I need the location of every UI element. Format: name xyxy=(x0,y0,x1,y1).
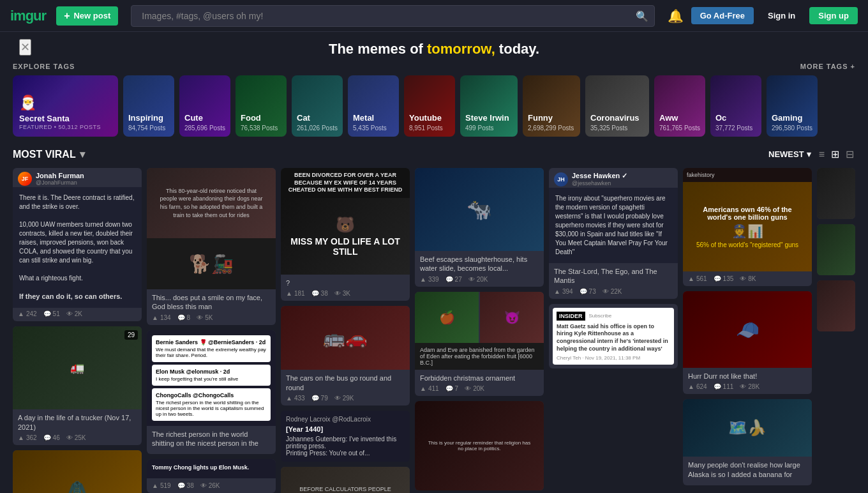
comment-icon: 💬 xyxy=(311,395,319,402)
post-card[interactable] xyxy=(817,168,855,219)
tag-card-oc[interactable]: Oc 37,772 Posts xyxy=(710,75,761,137)
likes-stat: ▲624 xyxy=(688,383,707,390)
post-card[interactable]: fakehistory Americans own 46% of the wor… xyxy=(683,168,812,286)
tag-card-funny[interactable]: Funny 2,698,299 Posts xyxy=(523,75,580,137)
comments-stat: 💬111 xyxy=(714,383,734,390)
posts-grid: JF Jonah Furman @JonahFurman There it is… xyxy=(13,168,855,493)
tweet-title: [Year 1440] xyxy=(286,425,405,433)
tag-name: Coronavirus xyxy=(590,113,644,123)
search-bar: 🔍 xyxy=(131,5,654,27)
close-headline-button[interactable]: ✕ xyxy=(19,39,31,56)
notification-icon[interactable]: 🔔 xyxy=(668,8,684,24)
post-card[interactable]: Rodney Lacroix @RodLacroix [Year 1440] J… xyxy=(281,411,410,462)
post-title: The Star-Lord, The Ego, and The Mantis xyxy=(554,267,673,285)
more-tags-button[interactable]: MORE TAGS + xyxy=(800,63,855,70)
post-image-2: 🐕🚂 xyxy=(147,238,276,289)
tag-card-food[interactable]: Food 76,538 Posts xyxy=(236,75,287,137)
content-area[interactable]: EXPLORE TAGS MORE TAGS + 🎅 Secret Santa … xyxy=(0,63,868,493)
tag-card-aww[interactable]: Aww 761,765 Posts xyxy=(654,75,705,137)
tag-card-gaming[interactable]: Gaming 296,580 Posts xyxy=(767,75,818,137)
tag-card-metal[interactable]: Metal 5,435 Posts xyxy=(348,75,399,137)
likes-stat: ▲519 xyxy=(152,482,171,489)
post-card[interactable]: 🚛 29 A day in the life of a trucker (Nov… xyxy=(13,326,142,445)
tag-card-inspiring[interactable]: Inspiring 84,754 Posts xyxy=(123,75,174,137)
comments-count: 79 xyxy=(321,395,328,402)
post-user-row: JH Jesse Hawken ✓ @jessehawken xyxy=(549,168,678,188)
tag-card-youtube[interactable]: Youtube 8,951 Posts xyxy=(404,75,455,137)
tag-card-secret-santa[interactable]: 🎅 Secret Santa FEATURED • 50,312 Posts xyxy=(13,75,118,137)
tag-card-cute[interactable]: Cute 285,696 Posts xyxy=(179,75,230,137)
new-post-label: New post xyxy=(73,11,110,20)
tag-name: Funny xyxy=(528,113,575,123)
tag-name: Aww xyxy=(659,113,700,123)
post-card[interactable]: BEEN DIVORCED FOR OVER A YEAR BECAUSE MY… xyxy=(281,168,410,301)
likes-stat: ▲134 xyxy=(152,314,171,321)
tag-card-cat[interactable]: Cat 261,026 Posts xyxy=(292,75,343,137)
comment-icon: 💬 xyxy=(445,385,453,392)
post-title: Many people don't realise how large Alas… xyxy=(688,460,807,479)
go-ad-free-button[interactable]: Go Ad-Free xyxy=(691,7,754,24)
post-card[interactable]: BEFORE CALCULATORS PEOPLE USED AN... xyxy=(281,467,410,493)
post-title: The cars on the bus go round and round xyxy=(286,374,405,392)
likes-stat: ▲181 xyxy=(286,290,305,297)
post-text-overlay: This 80-year-old retiree noticed that pe… xyxy=(152,182,271,224)
tag-name: Oc xyxy=(715,113,756,123)
comment-icon: 💬 xyxy=(43,434,51,441)
tags-row: 🎅 Secret Santa FEATURED • 50,312 Posts I… xyxy=(13,75,855,137)
comments-stat: 💬27 xyxy=(445,276,462,283)
post-title: The richest person in the world shitting… xyxy=(152,430,271,448)
tweet-author: Bernie Sanders 🌹 @BernieSanders · 2d xyxy=(156,339,267,345)
post-card[interactable]: 🗺️🍌 Many people don't realise how large … xyxy=(683,399,812,485)
post-card[interactable]: 🧥 xyxy=(13,450,142,493)
tag-card-steve-irwin[interactable]: Steve Irwin 499 Posts xyxy=(460,75,518,137)
comments-stat: 💬 51 xyxy=(43,310,60,317)
post-card[interactable]: JF Jonah Furman @JonahFurman There it is… xyxy=(13,168,142,321)
logo[interactable]: imgur xyxy=(10,8,46,24)
search-input[interactable] xyxy=(131,5,654,27)
post-card[interactable]: 🐄 Beef escapes slaughterhouse, hits wate… xyxy=(415,168,544,287)
tag-name: Youtube xyxy=(409,113,450,123)
tweet-text: The richest person in the world shitting… xyxy=(156,400,267,417)
post-card[interactable]: INSIDER Subscribe Matt Gaetz said his of… xyxy=(549,304,678,369)
post-card[interactable] xyxy=(817,280,855,331)
display-name: Jonah Furman xyxy=(36,172,84,179)
view-icon: 👁 xyxy=(740,383,746,390)
post-text-overlay: BEFORE CALCULATORS PEOPLE USED AN... xyxy=(286,481,405,493)
post-stats: ▲339 💬27 👁20K xyxy=(420,276,539,283)
views-count: 5K xyxy=(205,314,213,321)
views-count: 22K xyxy=(611,288,622,295)
post-card[interactable]: 🚌🚗 The cars on the bus go round and roun… xyxy=(281,306,410,406)
likes-count: 339 xyxy=(428,276,439,283)
user-info: Jesse Hawken ✓ @jessehawken xyxy=(572,172,627,186)
search-icon-button[interactable]: 🔍 xyxy=(636,10,648,22)
post-card[interactable]: This 80-year-old retiree noticed that pe… xyxy=(147,168,276,325)
tag-count: 296,580 Posts xyxy=(772,125,812,132)
simpsons-text: Americans own 46% of the world's one bil… xyxy=(688,201,807,254)
post-card[interactable]: Tommy Chong lights up Elon Musk. ▲519 💬3… xyxy=(147,459,276,493)
post-card[interactable]: JH Jesse Hawken ✓ @jessehawken The irony… xyxy=(549,168,678,299)
list-view-button[interactable]: ≡ xyxy=(818,147,826,162)
post-card[interactable] xyxy=(817,224,855,275)
masonry-view-button[interactable]: ⊟ xyxy=(844,147,855,162)
views-count: 25K xyxy=(75,434,86,441)
sign-in-button[interactable]: Sign in xyxy=(761,7,802,24)
post-info: The cars on the bus go round and round ▲… xyxy=(281,370,410,406)
post-card[interactable]: 🍎 😈 Adam and Eve are banished from the g… xyxy=(415,292,544,396)
post-card[interactable]: This is your regular reminder that relig… xyxy=(415,401,544,490)
views-count: 28K xyxy=(748,383,760,390)
tag-count: 261,026 Posts xyxy=(297,125,338,132)
masonry-col-0: JF Jonah Furman @JonahFurman There it is… xyxy=(13,168,142,493)
sign-up-button[interactable]: Sign up xyxy=(809,7,858,24)
grid-view-button[interactable]: ⊞ xyxy=(830,147,841,162)
post-info: Forbidden christmas ornament ▲411 💬7 👁20… xyxy=(415,370,544,396)
newest-sort-button[interactable]: NEWEST ▾ xyxy=(768,149,811,159)
upvote-icon: ▲ xyxy=(688,383,694,390)
tag-card-coronavirus[interactable]: Coronavirus 35,325 Posts xyxy=(585,75,649,137)
tag-count: 37,772 Posts xyxy=(715,125,756,132)
post-card[interactable]: 🧢 Hurr Durr not like that! ▲624 💬111 👁28… xyxy=(683,291,812,394)
tweet-author: ChongoCalls @ChongoCalls xyxy=(156,392,267,398)
post-user-row: JF Jonah Furman @JonahFurman xyxy=(13,168,142,187)
upvote-icon: ▲ xyxy=(286,395,292,402)
post-card[interactable]: Bernie Sanders 🌹 @BernieSanders · 2d We … xyxy=(147,330,276,455)
new-post-button[interactable]: + New post xyxy=(56,6,118,26)
